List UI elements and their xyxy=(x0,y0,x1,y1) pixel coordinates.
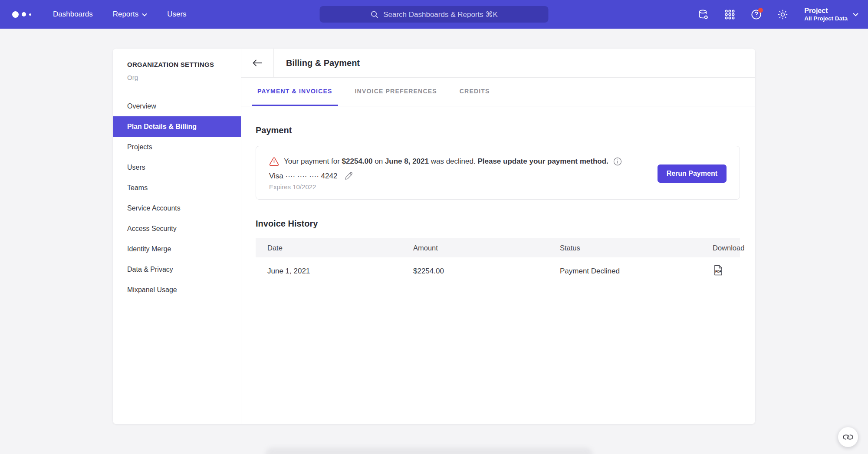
download-pdf-button[interactable]: PDF xyxy=(714,265,723,276)
sidebar-item-users[interactable]: Users xyxy=(113,157,241,178)
card-number: Visa ···· ···· ···· 4242 xyxy=(269,172,337,181)
back-arrow-icon xyxy=(252,59,263,67)
sidebar-item-teams[interactable]: Teams xyxy=(113,178,241,198)
nav-link-label: Dashboards xyxy=(53,10,93,19)
invoice-row: June 1, 2021 $2254.00 Payment Declined P… xyxy=(256,257,740,285)
payment-section-heading: Payment xyxy=(256,125,740,135)
search-placeholder: Search Dashboards & Reports ⌘K xyxy=(383,10,498,19)
payment-card-info: Your payment for $2254.00 on June 8, 202… xyxy=(269,157,622,191)
nav-links: Dashboards Reports Users xyxy=(53,10,187,19)
column-header-date: Date xyxy=(267,244,413,252)
settings-panel: ORGANIZATION SETTINGS Org Overview Plan … xyxy=(113,49,755,424)
data-management-icon[interactable] xyxy=(696,7,710,22)
invoice-table: Date Amount Status Download June 1, 2021… xyxy=(256,238,740,285)
page-title: Billing & Payment xyxy=(274,49,360,77)
info-icon[interactable] xyxy=(613,157,622,166)
payment-card: Your payment for $2254.00 on June 8, 202… xyxy=(256,146,740,200)
billing-content: Billing & Payment PAYMENT & INVOICES INV… xyxy=(241,49,755,424)
edit-card-button[interactable] xyxy=(344,171,353,181)
column-header-status: Status xyxy=(560,244,713,252)
alert-text: Your payment for $2254.00 on June 8, 202… xyxy=(284,157,608,166)
svg-text:PDF: PDF xyxy=(715,270,722,273)
invoice-amount: $2254.00 xyxy=(413,267,560,276)
sidebar-section-title: ORGANIZATION SETTINGS xyxy=(113,61,241,68)
invoice-date: June 1, 2021 xyxy=(267,267,413,276)
chevron-down-icon xyxy=(853,13,858,16)
project-label: Project xyxy=(804,7,848,15)
nav-right: Project All Project Data xyxy=(696,0,858,29)
project-value: All Project Data xyxy=(804,15,848,23)
sidebar-item-access-security[interactable]: Access Security xyxy=(113,218,241,239)
notification-dot xyxy=(758,8,763,13)
copy-link-button[interactable] xyxy=(838,427,858,447)
sidebar-list: Overview Plan Details & Billing Projects… xyxy=(113,96,241,300)
pdf-file-icon: PDF xyxy=(714,265,723,276)
tab-payment-invoices[interactable]: PAYMENT & INVOICES xyxy=(252,78,338,106)
nav-link-reports[interactable]: Reports xyxy=(113,10,148,19)
org-name: Org xyxy=(113,74,241,81)
apps-grid-icon[interactable] xyxy=(722,7,737,22)
pencil-icon xyxy=(344,171,353,181)
content-body: Payment Your payment for $2254.00 on Jun… xyxy=(241,106,755,285)
sidebar-item-plan-details-billing[interactable]: Plan Details & Billing xyxy=(113,116,241,137)
top-nav: Dashboards Reports Users Search Dashboar… xyxy=(0,0,868,29)
back-button[interactable] xyxy=(241,49,274,77)
mixpanel-logo-icon[interactable] xyxy=(12,11,41,18)
column-header-amount: Amount xyxy=(413,244,560,252)
sidebar-item-overview[interactable]: Overview xyxy=(113,96,241,116)
nav-link-label: Users xyxy=(167,10,186,19)
sidebar-item-identity-merge[interactable]: Identity Merge xyxy=(113,239,241,259)
sidebar-item-mixpanel-usage[interactable]: Mixpanel Usage xyxy=(113,280,241,300)
chevron-down-icon xyxy=(142,13,147,16)
help-icon[interactable] xyxy=(749,7,763,22)
tab-invoice-preferences[interactable]: INVOICE PREFERENCES xyxy=(349,78,443,106)
column-header-download: Download xyxy=(713,244,746,252)
org-settings-sidebar: ORGANIZATION SETTINGS Org Overview Plan … xyxy=(113,49,241,424)
nav-link-label: Reports xyxy=(113,10,139,19)
invoice-history-section: Invoice History Date Amount Status Downl… xyxy=(256,219,740,285)
link-icon xyxy=(841,430,855,444)
content-header: Billing & Payment xyxy=(241,49,755,78)
project-switcher[interactable]: Project All Project Data xyxy=(804,7,858,23)
tab-credits[interactable]: CREDITS xyxy=(454,78,496,106)
invoice-status: Payment Declined xyxy=(560,267,713,276)
rerun-payment-button[interactable]: Rerun Payment xyxy=(658,164,727,183)
search-input[interactable]: Search Dashboards & Reports ⌘K xyxy=(320,6,549,23)
card-expiry: Expires 10/2022 xyxy=(269,183,622,191)
nav-link-dashboards[interactable]: Dashboards xyxy=(53,10,93,19)
invoice-table-header: Date Amount Status Download xyxy=(256,238,740,257)
sidebar-item-projects[interactable]: Projects xyxy=(113,137,241,157)
card-on-file: Visa ···· ···· ···· 4242 xyxy=(269,171,622,181)
bottom-sheet-shadow xyxy=(266,447,592,454)
sidebar-item-service-accounts[interactable]: Service Accounts xyxy=(113,198,241,218)
payment-declined-alert: Your payment for $2254.00 on June 8, 202… xyxy=(269,157,622,166)
tab-bar: PAYMENT & INVOICES INVOICE PREFERENCES C… xyxy=(241,78,755,106)
settings-gear-icon[interactable] xyxy=(775,7,790,22)
invoice-history-heading: Invoice History xyxy=(256,219,740,229)
sidebar-item-data-privacy[interactable]: Data & Privacy xyxy=(113,259,241,280)
search-icon xyxy=(370,10,378,19)
warning-icon xyxy=(269,157,279,166)
nav-link-users[interactable]: Users xyxy=(167,10,186,19)
